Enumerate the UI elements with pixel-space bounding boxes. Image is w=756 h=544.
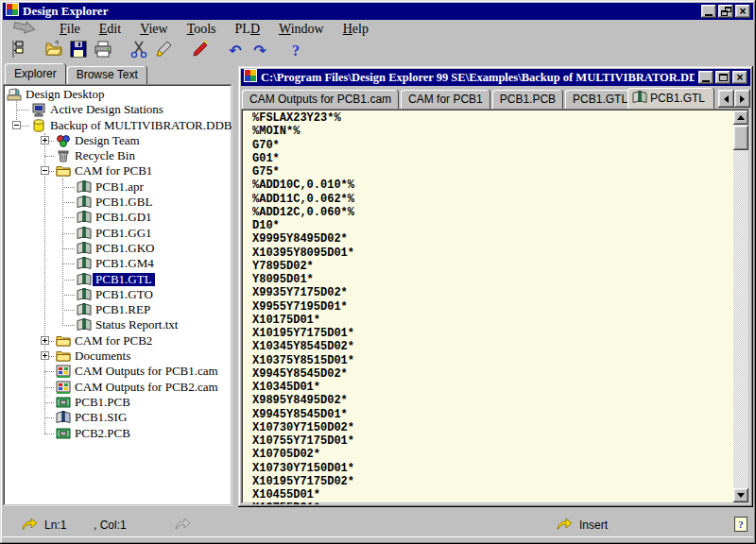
window-title: Design Explorer	[23, 4, 697, 19]
book-blue-icon	[56, 410, 71, 425]
maximize-button[interactable]	[715, 71, 730, 84]
tree-item-pcb1-rep[interactable]: PCB1.REP	[3, 302, 232, 317]
down-arrow-menu-icon[interactable]	[12, 20, 37, 39]
tree-connector	[44, 434, 54, 434]
menu-item-help[interactable]: Help	[334, 21, 378, 38]
tree-item-status-report-txt[interactable]: Status Report.txt	[3, 317, 232, 332]
save-floppy-button[interactable]	[67, 40, 90, 62]
tree-item-label: Documents	[72, 349, 133, 363]
tree-item-pcb1-gtl[interactable]: PCB1.GTL	[3, 272, 232, 287]
insert-mode-indicator: Insert	[579, 518, 608, 532]
tree-item-backup-of-multivibrator-ddb[interactable]: Backup of MULTIVIBRATOR.DDB	[3, 118, 232, 133]
inactive-arrow-icon	[175, 518, 191, 533]
context-help-button[interactable]: ?	[734, 517, 747, 532]
collapse-minus-box[interactable]	[12, 121, 21, 129]
gerber-line: X10730Y7150D02*	[252, 421, 730, 434]
tab-pcb1-gtl[interactable]: PCB1.GTL	[565, 90, 635, 109]
gerber-line: X10455D01*	[252, 488, 730, 502]
tab-scroll-right-button[interactable]	[734, 90, 750, 108]
tree-connector	[44, 371, 54, 372]
tab-cam-for-pcb1[interactable]: CAM for PCB1	[401, 90, 490, 109]
menu-item-window[interactable]: Window	[269, 21, 334, 38]
redo-button[interactable]: ↷	[249, 40, 271, 62]
tab-browse-text[interactable]: Browse Text	[67, 66, 147, 84]
gerber-line: X10345Y8545D02*	[252, 340, 730, 353]
tree-item-pcb1-apr[interactable]: PCB1.apr	[3, 179, 232, 195]
text-editor[interactable]: %FSLAX23Y23*%%MOIN*%G70*G01*G75*%ADD10C,…	[241, 109, 750, 504]
help-button[interactable]: ?	[284, 40, 307, 62]
undo-icon: ↶	[229, 43, 241, 59]
tree-item-documents[interactable]: Documents	[3, 348, 232, 364]
tab-cam-outputs-for-pcb1-cam[interactable]: CAM Outputs for PCB1.cam	[242, 90, 399, 109]
tab-scroll-left-button[interactable]	[718, 90, 734, 108]
explorer-tree-button[interactable]	[7, 40, 29, 62]
tree-connector	[62, 187, 75, 188]
collapse-minus-box[interactable]	[41, 166, 49, 175]
tree-item-label: Design Desktop	[23, 88, 107, 101]
tree-item-label: CAM Outputs for PCB2.cam	[72, 381, 221, 394]
tree-item-label: PCB1.GBL	[93, 196, 155, 209]
expand-plus-box[interactable]	[41, 336, 49, 345]
wizard-pen-button[interactable]	[188, 40, 211, 62]
tab-pcb1-pcb[interactable]: PCB1.PCB	[492, 90, 563, 109]
tree-item-pcb1-gm4[interactable]: PCB1.GM4	[3, 256, 232, 271]
gerber-line: %MOIN*%	[252, 125, 730, 138]
cam-icon	[56, 364, 71, 379]
paste-brush-button[interactable]	[152, 40, 175, 62]
tree-item-pcb2-pcb[interactable]: PCB2.PCB	[3, 426, 232, 441]
menu-item-edit[interactable]: Edit	[90, 21, 130, 38]
toolbar: ↶↷?	[3, 39, 753, 63]
menu-item-file[interactable]: File	[50, 21, 90, 38]
tree-item-design-desktop[interactable]: Design Desktop	[3, 87, 232, 102]
tab-explorer[interactable]: Explorer	[5, 63, 66, 84]
gerber-line: G75*	[252, 165, 730, 178]
tree-item-design-team[interactable]: Design Team	[3, 133, 232, 148]
close-button[interactable]: ×	[735, 5, 750, 18]
menu-item-view[interactable]: View	[130, 21, 178, 38]
tree-item-cam-outputs-for-pcb2-cam[interactable]: CAM Outputs for PCB2.cam	[3, 380, 232, 395]
gerber-line: X9995Y8495D02*	[252, 232, 730, 246]
status-bar: Ln:1 , Col:1 Insert ?	[3, 512, 753, 537]
design-explorer-window: Design Explorer × FileEditViewToolsPLDWi…	[0, 0, 756, 544]
tree-item-pcb1-pcb[interactable]: PCB1.PCB	[3, 395, 232, 410]
scrollbar-thumb[interactable]	[733, 126, 748, 150]
tree-item-pcb1-gg1[interactable]: PCB1.GG1	[3, 226, 232, 241]
tree-item-label: PCB1.REP	[93, 303, 153, 316]
gerber-line: X10705D02*	[252, 448, 730, 461]
tree-item-cam-for-pcb1[interactable]: CAM for PCB1	[3, 163, 232, 178]
tree-item-pcb1-gd1[interactable]: PCB1.GD1	[3, 210, 232, 225]
tree-item-pcb1-gto[interactable]: PCB1.GTO	[3, 287, 232, 302]
minimize-button[interactable]	[698, 71, 713, 84]
tree-item-active-design-stations[interactable]: Active Design Stations	[3, 102, 232, 117]
document-path-title: C:\Program Files\Design Explorer 99 SE\E…	[261, 71, 695, 85]
expand-plus-box[interactable]	[41, 136, 49, 144]
line-indicator: Ln:1	[44, 518, 66, 532]
minimize-button[interactable]	[701, 5, 716, 18]
tree-item-pcb1-gko[interactable]: PCB1.GKO	[3, 241, 232, 256]
scroll-up-button[interactable]	[733, 110, 748, 125]
close-button[interactable]: ×	[732, 71, 747, 84]
gerber-text: %FSLAX23Y23*%%MOIN*%G70*G01*G75*%ADD10C,…	[252, 111, 730, 504]
menu-item-pld[interactable]: PLD	[226, 21, 269, 38]
tree-item-cam-for-pcb2[interactable]: CAM for PCB2	[3, 333, 232, 348]
tree-item-cam-outputs-for-pcb1-cam[interactable]: CAM Outputs for PCB1.cam	[3, 364, 232, 379]
gerber-line: G70*	[252, 139, 730, 152]
menu-item-tools[interactable]: Tools	[178, 21, 226, 38]
open-folder-button[interactable]	[43, 40, 65, 62]
tree-item-recycle-bin[interactable]: Recycle Bin	[3, 148, 232, 163]
cut-scissors-button[interactable]	[128, 40, 150, 62]
design-tree[interactable]: Design DesktopActive Design StationsBack…	[3, 84, 232, 506]
vertical-scrollbar[interactable]	[733, 110, 748, 502]
undo-button[interactable]: ↶	[224, 40, 247, 62]
tree-item-pcb1-sig[interactable]: PCB1.SIG	[3, 410, 232, 425]
wizard-pen-icon	[190, 40, 209, 62]
print-button[interactable]	[92, 40, 114, 62]
scroll-down-button[interactable]	[733, 488, 748, 502]
tree-item-pcb1-gbl[interactable]: PCB1.GBL	[3, 195, 232, 210]
expand-plus-box[interactable]	[41, 351, 49, 360]
tree-connector	[62, 280, 75, 280]
book-icon	[77, 287, 92, 302]
gerber-line: %ADD12C,0.060*%	[252, 206, 730, 219]
restore-button[interactable]	[718, 5, 733, 18]
tab-active-pcb1-gtl[interactable]: PCB1.GTL	[627, 88, 714, 109]
